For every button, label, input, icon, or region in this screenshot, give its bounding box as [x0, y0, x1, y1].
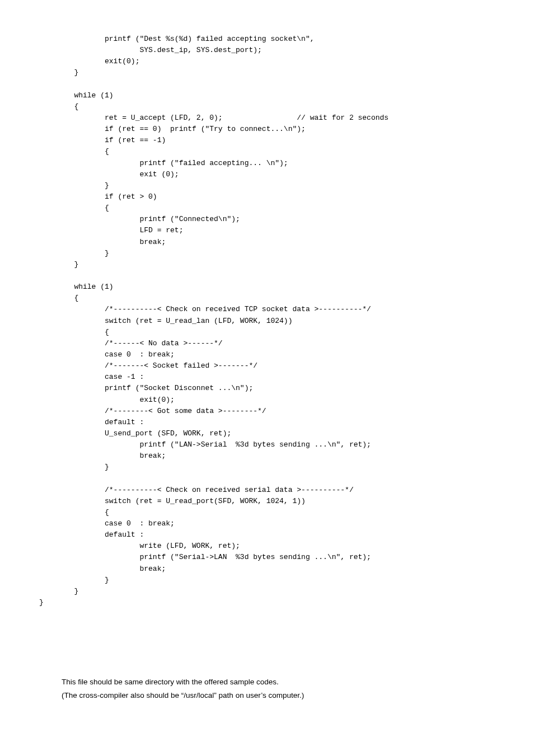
instruction-paragraph-2: (The cross-compiler also should be “/usr…	[62, 689, 495, 702]
code-block: printf ("Dest %s(%d) failed accepting so…	[39, 34, 495, 608]
instruction-paragraph-1: This file should be same directory with …	[62, 675, 495, 689]
